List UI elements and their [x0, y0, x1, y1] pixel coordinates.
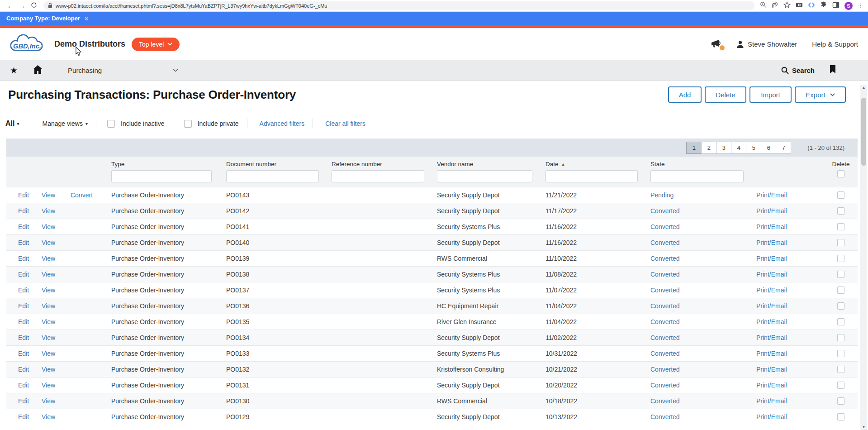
column-state[interactable]: State	[650, 161, 756, 170]
edit-link[interactable]: Edit	[18, 207, 42, 215]
print-email-link[interactable]: Print/Email	[756, 397, 824, 405]
page-box-6[interactable]: 6	[761, 142, 776, 154]
browser-reload-icon[interactable]	[28, 2, 40, 10]
print-email-link[interactable]: Print/Email	[756, 366, 824, 373]
state-link[interactable]: Converted	[650, 366, 756, 373]
view-link[interactable]: View	[42, 413, 71, 420]
row-delete-checkbox[interactable]	[837, 397, 844, 405]
view-link[interactable]: View	[42, 255, 71, 262]
column-type[interactable]: Type	[111, 161, 226, 170]
edit-link[interactable]: Edit	[18, 413, 42, 420]
edit-link[interactable]: Edit	[18, 397, 42, 405]
entity-selector-button[interactable]: Top level	[132, 38, 180, 51]
page-box-5[interactable]: 5	[746, 142, 761, 154]
row-delete-checkbox[interactable]	[837, 207, 844, 215]
print-email-link[interactable]: Print/Email	[756, 350, 824, 357]
side-panel-icon[interactable]	[832, 1, 840, 10]
edit-link[interactable]: Edit	[18, 191, 42, 199]
manage-views-dropdown[interactable]: Manage views ▾	[42, 120, 88, 127]
help-support-link[interactable]: Help & Support	[812, 40, 858, 48]
edit-link[interactable]: Edit	[18, 334, 42, 341]
state-link[interactable]: Converted	[650, 334, 756, 341]
view-link[interactable]: View	[42, 350, 71, 357]
view-link[interactable]: View	[42, 302, 71, 310]
print-email-link[interactable]: Print/Email	[756, 271, 824, 278]
extensions-puzzle-icon[interactable]	[820, 1, 827, 10]
user-menu[interactable]: Steve Showalter	[736, 40, 797, 48]
view-link[interactable]: View	[42, 239, 71, 246]
view-link[interactable]: View	[42, 271, 71, 278]
include-private-checkbox[interactable]	[184, 120, 192, 128]
page-box-3[interactable]: 3	[716, 142, 731, 154]
add-button[interactable]: Add	[668, 86, 702, 103]
advanced-filters-link[interactable]: Advanced filters	[260, 120, 305, 127]
delete-button[interactable]: Delete	[705, 86, 746, 103]
print-email-link[interactable]: Print/Email	[756, 255, 824, 262]
row-delete-checkbox[interactable]	[837, 334, 844, 341]
edit-link[interactable]: Edit	[18, 318, 42, 325]
view-link[interactable]: View	[42, 223, 71, 230]
row-delete-checkbox[interactable]	[837, 255, 844, 262]
print-email-link[interactable]: Print/Email	[756, 334, 824, 341]
view-link[interactable]: View	[42, 366, 71, 373]
browser-forward-icon[interactable]: →	[16, 2, 28, 10]
row-delete-checkbox[interactable]	[837, 382, 844, 389]
extension-code-icon[interactable]	[808, 1, 815, 10]
print-email-link[interactable]: Print/Email	[756, 382, 824, 389]
page-box-4[interactable]: 4	[731, 142, 746, 154]
view-link[interactable]: View	[42, 207, 71, 215]
import-button[interactable]: Import	[749, 86, 792, 103]
print-email-link[interactable]: Print/Email	[756, 239, 824, 246]
page-box-2[interactable]: 2	[701, 142, 716, 154]
favorites-star-icon[interactable]: ★	[10, 65, 18, 76]
view-link[interactable]: View	[42, 191, 71, 199]
edit-link[interactable]: Edit	[18, 287, 42, 294]
edit-link[interactable]: Edit	[18, 255, 42, 262]
page-box-1[interactable]: 1	[686, 142, 702, 154]
state-link[interactable]: Converted	[650, 223, 756, 230]
browser-profile-avatar[interactable]: S	[844, 2, 853, 10]
state-link[interactable]: Converted	[650, 287, 756, 294]
view-link[interactable]: View	[42, 334, 71, 341]
row-delete-checkbox[interactable]	[837, 318, 844, 325]
column-date[interactable]: Date ▲	[545, 161, 650, 170]
bookmark-icon[interactable]	[830, 65, 836, 75]
print-email-link[interactable]: Print/Email	[756, 287, 824, 294]
home-icon[interactable]	[33, 65, 43, 76]
row-delete-checkbox[interactable]	[837, 239, 844, 246]
filter-input-document-number[interactable]	[226, 170, 319, 182]
bookmark-star-icon[interactable]	[783, 1, 791, 10]
browser-menu-icon[interactable]: ⋮	[858, 2, 863, 9]
row-delete-checkbox[interactable]	[837, 223, 844, 230]
filter-input-reference-number[interactable]	[332, 170, 424, 182]
zoom-page-icon[interactable]	[760, 1, 767, 10]
edit-link[interactable]: Edit	[18, 223, 42, 230]
vertical-scrollbar[interactable]: ▲ ▼	[860, 85, 867, 430]
row-delete-checkbox[interactable]	[837, 271, 844, 278]
state-link[interactable]: Converted	[650, 302, 756, 310]
filter-input-vendor-name[interactable]	[437, 170, 532, 182]
column-vendor-name[interactable]: Vendor name	[437, 161, 545, 170]
row-delete-checkbox[interactable]	[837, 413, 844, 420]
print-email-link[interactable]: Print/Email	[756, 302, 824, 310]
filter-input-date[interactable]	[545, 170, 638, 182]
module-dropdown[interactable]: Purchasing	[68, 67, 178, 74]
page-box-7[interactable]: 7	[776, 142, 791, 154]
state-link[interactable]: Pending	[650, 191, 756, 199]
view-link[interactable]: View	[42, 397, 71, 405]
state-link[interactable]: Converted	[650, 397, 756, 405]
row-delete-checkbox[interactable]	[837, 191, 844, 199]
print-email-link[interactable]: Print/Email	[756, 223, 824, 230]
edit-link[interactable]: Edit	[18, 350, 42, 357]
share-icon[interactable]	[772, 1, 778, 10]
state-link[interactable]: Converted	[650, 255, 756, 262]
include-inactive-checkbox[interactable]	[107, 120, 115, 128]
row-delete-checkbox[interactable]	[837, 302, 844, 310]
filter-input-state[interactable]	[650, 170, 744, 182]
state-link[interactable]: Converted	[650, 413, 756, 420]
print-email-link[interactable]: Print/Email	[756, 207, 824, 215]
view-link[interactable]: View	[42, 287, 71, 294]
print-email-link[interactable]: Print/Email	[756, 191, 824, 199]
announcements-icon[interactable]	[711, 38, 723, 51]
edit-link[interactable]: Edit	[18, 382, 42, 389]
